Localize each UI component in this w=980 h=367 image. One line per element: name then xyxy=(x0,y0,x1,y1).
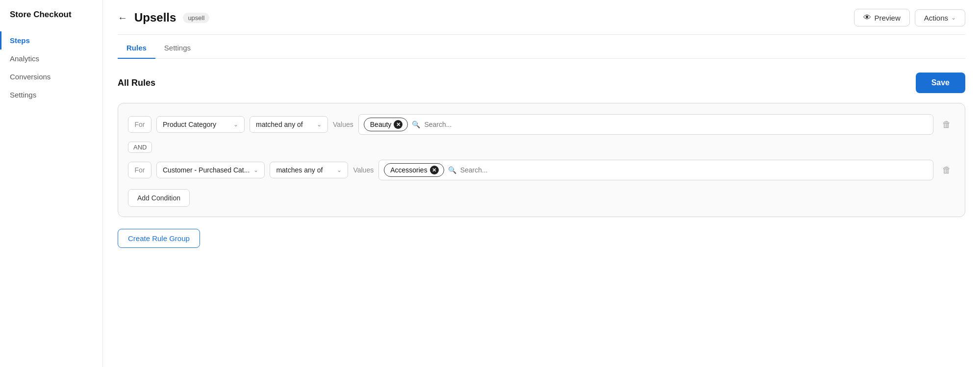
chevron-down-icon: ⌄ xyxy=(317,121,322,128)
values-label-2: Values xyxy=(353,166,374,174)
search-input-2[interactable] xyxy=(460,166,546,174)
page-title: Upsells xyxy=(134,11,176,24)
field-dropdown-2[interactable]: Customer - Purchased Cat... ⌄ xyxy=(156,162,265,178)
delete-condition-1[interactable]: 🗑 xyxy=(938,118,955,132)
sidebar: Store Checkout Steps Analytics Conversio… xyxy=(0,0,103,367)
chevron-down-icon: ⌄ xyxy=(337,167,342,173)
tab-settings[interactable]: Settings xyxy=(155,38,200,59)
tag-remove-accessories[interactable]: ✕ xyxy=(430,166,439,174)
preview-button[interactable]: 👁 Preview xyxy=(854,9,909,26)
header-left: ← Upsells upsell xyxy=(118,11,209,24)
trash-icon: 🗑 xyxy=(942,120,951,130)
rules-content: All Rules Save For Product Category ⌄ ma… xyxy=(118,59,965,367)
values-input-area-2[interactable]: Accessories ✕ 🔍 xyxy=(378,160,933,180)
tag-remove-beauty[interactable]: ✕ xyxy=(394,120,402,129)
sidebar-item-conversions[interactable]: Conversions xyxy=(0,68,102,86)
add-condition-button[interactable]: Add Condition xyxy=(128,189,190,207)
field-dropdown-1[interactable]: Product Category ⌄ xyxy=(156,116,245,133)
condition-row-2: For Customer - Purchased Cat... ⌄ matche… xyxy=(128,160,955,180)
for-label-1: For xyxy=(128,116,151,133)
tabs-nav: Rules Settings xyxy=(118,38,965,59)
all-rules-title: All Rules xyxy=(118,78,155,88)
chevron-down-icon: ⌄ xyxy=(233,121,238,128)
sidebar-item-analytics[interactable]: Analytics xyxy=(0,49,102,68)
condition-row-1: For Product Category ⌄ matched any of ⌄ … xyxy=(128,114,955,135)
create-rule-group-button[interactable]: Create Rule Group xyxy=(118,229,200,248)
sidebar-item-steps[interactable]: Steps xyxy=(0,31,102,49)
main-content: ← Upsells upsell 👁 Preview Actions ⌄ Rul… xyxy=(103,0,980,367)
chevron-down-icon: ⌄ xyxy=(951,14,956,21)
tag-accessories: Accessories ✕ xyxy=(384,163,444,177)
actions-button[interactable]: Actions ⌄ xyxy=(915,9,965,26)
rule-group: For Product Category ⌄ matched any of ⌄ … xyxy=(118,103,965,217)
header-right: 👁 Preview Actions ⌄ xyxy=(854,9,965,26)
operator-dropdown-1[interactable]: matched any of ⌄ xyxy=(250,116,328,133)
search-input-1[interactable] xyxy=(424,121,510,128)
values-input-area-1[interactable]: Beauty ✕ 🔍 xyxy=(358,114,933,135)
trash-icon: 🗑 xyxy=(942,165,951,175)
eye-icon: 👁 xyxy=(863,13,871,22)
tag-beauty: Beauty ✕ xyxy=(364,118,408,131)
values-label-1: Values xyxy=(333,121,353,128)
back-button[interactable]: ← xyxy=(118,12,127,24)
chevron-down-icon: ⌄ xyxy=(253,167,258,173)
save-button[interactable]: Save xyxy=(916,73,965,93)
page-header: ← Upsells upsell 👁 Preview Actions ⌄ xyxy=(118,0,965,35)
sidebar-title: Store Checkout xyxy=(0,10,102,31)
tab-rules[interactable]: Rules xyxy=(118,38,155,59)
upsell-badge: upsell xyxy=(183,13,209,23)
search-icon: 🔍 xyxy=(412,121,420,128)
for-label-2: For xyxy=(128,162,151,178)
sidebar-item-settings[interactable]: Settings xyxy=(0,86,102,104)
search-icon: 🔍 xyxy=(448,166,456,174)
and-badge: AND xyxy=(128,142,152,153)
delete-condition-2[interactable]: 🗑 xyxy=(938,163,955,177)
all-rules-header: All Rules Save xyxy=(118,73,965,93)
sidebar-nav: Steps Analytics Conversions Settings xyxy=(0,31,102,104)
operator-dropdown-2[interactable]: matches any of ⌄ xyxy=(270,162,348,178)
